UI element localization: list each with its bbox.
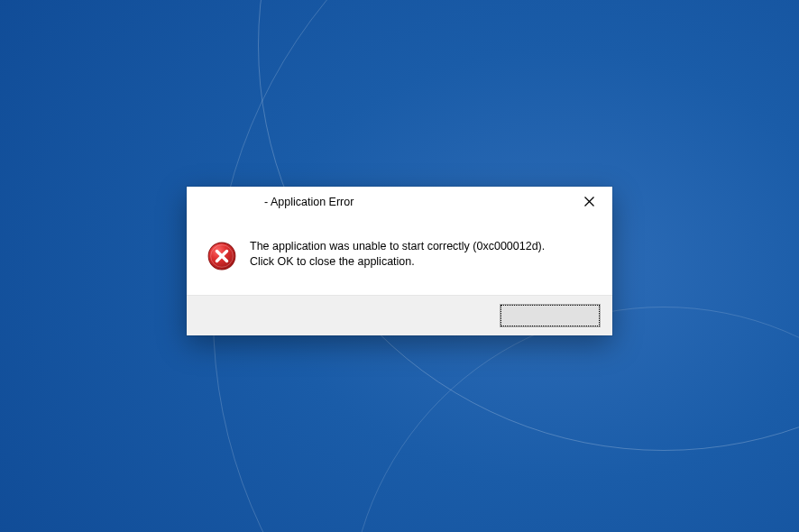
close-button[interactable]: [571, 189, 607, 215]
dialog-title: - Application Error: [187, 196, 571, 208]
dialog-button-row: [187, 295, 612, 335]
error-dialog: - Application Error: [187, 187, 612, 335]
error-icon: [207, 241, 237, 271]
dialog-titlebar[interactable]: - Application Error: [187, 187, 612, 217]
error-message: The application was unable to start corr…: [250, 239, 545, 270]
dialog-content: The application was unable to start corr…: [187, 217, 612, 295]
ok-button[interactable]: [501, 305, 600, 326]
close-icon: [584, 194, 594, 210]
